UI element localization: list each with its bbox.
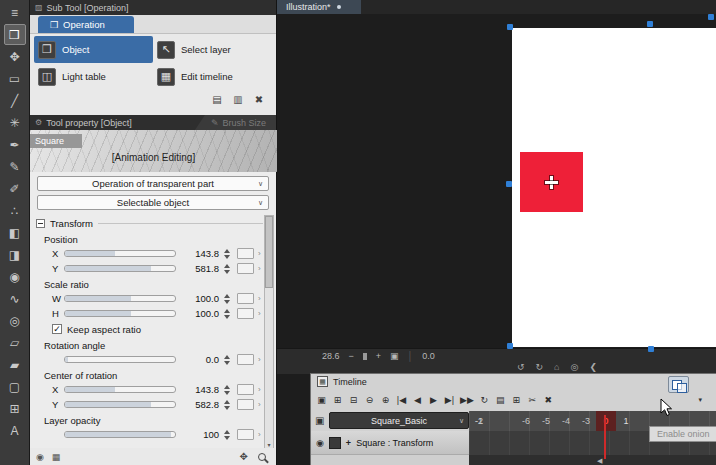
subview-icon[interactable]: ◉ — [36, 452, 44, 462]
zoom-in-button[interactable]: + — [376, 351, 381, 361]
center-y-slider[interactable] — [64, 401, 176, 408]
duplicate-subtool-icon[interactable]: ▥ — [231, 94, 245, 105]
layer-visibility-eye-icon[interactable]: ◉ — [316, 438, 324, 448]
position-x-aux-button[interactable] — [237, 248, 254, 259]
center-x-stepper[interactable] — [222, 384, 231, 396]
row-chevron-icon[interactable]: › — [258, 400, 261, 409]
zoom-slider[interactable] — [363, 353, 367, 360]
selection-handle-top-left[interactable] — [507, 24, 513, 30]
center-x-aux-button[interactable] — [237, 384, 254, 395]
airbrush-tool-icon[interactable]: ∴ — [4, 200, 26, 221]
frame-border-tool-icon[interactable]: ⊞ — [4, 398, 26, 419]
pen-tool-icon[interactable]: ✒ — [4, 134, 26, 155]
transform-section-header[interactable]: Transform — [30, 215, 266, 231]
transform-center-crosshair-icon[interactable] — [545, 176, 558, 189]
pan-icon[interactable]: ✥ — [240, 451, 248, 462]
row-chevron-icon[interactable]: › — [258, 249, 261, 258]
center-x-slider[interactable] — [64, 386, 176, 393]
tab-operation[interactable]: ❒ Operation — [38, 16, 134, 33]
selection-handle-top-mid[interactable] — [647, 21, 653, 27]
subtool-item-edit-timeline[interactable]: ▦ Edit timeline — [153, 63, 272, 90]
position-x-slider[interactable] — [64, 250, 176, 257]
redo-icon[interactable]: ↻ — [536, 362, 544, 372]
row-chevron-icon[interactable]: › — [258, 294, 261, 303]
rotation-stepper[interactable] — [222, 354, 231, 366]
go-to-start-icon[interactable]: |◀ — [394, 392, 409, 408]
rotation-slider[interactable] — [64, 356, 176, 363]
subtool-item-light-table[interactable]: ◫ Light table — [34, 63, 153, 90]
scrollbar-thumb[interactable] — [265, 216, 273, 288]
line-tool-icon[interactable]: ╱ — [4, 90, 26, 111]
blend-tool-icon[interactable]: ◉ — [4, 266, 26, 287]
timeline-settings-icon[interactable]: ▣ — [314, 392, 329, 408]
text-tool-icon[interactable]: A — [4, 420, 26, 441]
figure-tool-icon[interactable]: ▢ — [4, 376, 26, 397]
insert-frame-icon[interactable]: ⊞ — [330, 392, 345, 408]
operation-tool-icon[interactable]: ❒ — [4, 24, 26, 45]
rotation-aux-button[interactable] — [237, 354, 254, 365]
opacity-slider[interactable] — [64, 431, 176, 438]
layer-label-cell[interactable]: ◉ + Square : Transform — [311, 431, 469, 455]
onion-chevron-icon[interactable]: ▾ — [698, 396, 702, 404]
opacity-stepper[interactable] — [222, 429, 231, 441]
navigator-icon[interactable]: ▦ — [52, 452, 61, 462]
next-frame-icon[interactable]: ▶| — [442, 392, 457, 408]
transparent-part-dropdown[interactable]: Operation of transparent part ∨ — [37, 176, 269, 191]
collapse-icon[interactable]: ❮ — [589, 362, 597, 372]
delete-frame-icon[interactable]: ⊟ — [346, 392, 361, 408]
row-chevron-icon[interactable]: › — [258, 309, 261, 318]
opacity-aux-button[interactable] — [237, 429, 254, 440]
keep-aspect-checkbox[interactable]: ✓ — [52, 324, 62, 334]
zoom-in-icon[interactable]: ⊕ — [378, 392, 393, 408]
scale-w-aux-button[interactable] — [237, 293, 254, 304]
new-clip-icon[interactable]: ⊞ — [509, 392, 524, 408]
new-timeline-icon[interactable]: ▤ — [493, 392, 508, 408]
delete-subtool-icon[interactable]: ✖ — [252, 94, 266, 105]
undo-icon[interactable]: ↺ — [517, 362, 525, 372]
magnifier-icon[interactable] — [258, 453, 266, 461]
selection-handle-left-mid[interactable] — [506, 181, 512, 187]
collapse-minus-icon[interactable] — [36, 219, 45, 228]
center-y-stepper[interactable] — [222, 399, 231, 411]
layer-expand-icon[interactable]: + — [346, 438, 351, 448]
position-x-stepper[interactable] — [222, 248, 231, 260]
position-y-stepper[interactable] — [222, 263, 231, 275]
zoom-out-button[interactable]: − — [349, 351, 354, 361]
scale-h-slider[interactable] — [64, 310, 176, 317]
split-clip-icon[interactable]: ✂ — [525, 392, 540, 408]
position-y-slider[interactable] — [64, 265, 176, 272]
loop-play-icon[interactable]: ↻ — [477, 392, 492, 408]
eyedropper-tool-icon[interactable]: ◎ — [4, 310, 26, 331]
fit-screen-icon[interactable]: ▣ — [390, 351, 399, 361]
row-chevron-icon[interactable]: › — [258, 264, 261, 273]
selection-handle-top-right[interactable] — [708, 14, 714, 20]
playhead[interactable] — [604, 415, 606, 459]
play-icon[interactable]: ▶ — [426, 392, 441, 408]
scale-w-stepper[interactable] — [222, 293, 231, 305]
tab-brush-size[interactable]: ✎ Brush Size — [195, 115, 276, 130]
prev-frame-icon[interactable]: ◀ — [410, 392, 425, 408]
tool-property-scrollbar[interactable]: ▾ — [264, 215, 274, 450]
selection-pen-tool-icon[interactable]: ▰ — [4, 354, 26, 375]
go-to-end-icon[interactable]: ▶▶ — [458, 392, 476, 408]
position-y-aux-button[interactable] — [237, 263, 254, 274]
scroll-left-icon[interactable]: ◀ — [597, 457, 602, 465]
scale-h-stepper[interactable] — [222, 308, 231, 320]
pencil-tool-icon[interactable]: ✎ — [4, 156, 26, 177]
scale-h-aux-button[interactable] — [237, 308, 254, 319]
row-chevron-icon[interactable]: › — [258, 385, 261, 394]
add-subtool-icon[interactable]: ▤ — [210, 94, 224, 105]
brush-tool-icon[interactable]: ✐ — [4, 178, 26, 199]
liquify-tool-icon[interactable]: ∿ — [4, 288, 26, 309]
main-menu-icon[interactable]: ≡ — [4, 2, 26, 23]
clip-list-icon[interactable]: ▣ — [315, 415, 324, 426]
gradient-tool-icon[interactable]: ◨ — [4, 244, 26, 265]
row-chevron-icon[interactable]: › — [258, 355, 261, 364]
center-y-aux-button[interactable] — [237, 399, 254, 410]
zoom-out-icon[interactable]: ⊖ — [362, 392, 377, 408]
move-tool-icon[interactable]: ✥ — [4, 46, 26, 67]
subtool-item-object[interactable]: ❒ Object — [34, 36, 153, 63]
selection-handle-bottom-mid[interactable] — [648, 346, 654, 352]
subtool-item-select-layer[interactable]: ↖ Select layer — [153, 36, 272, 63]
eraser-tool-icon[interactable]: ▱ — [4, 332, 26, 353]
